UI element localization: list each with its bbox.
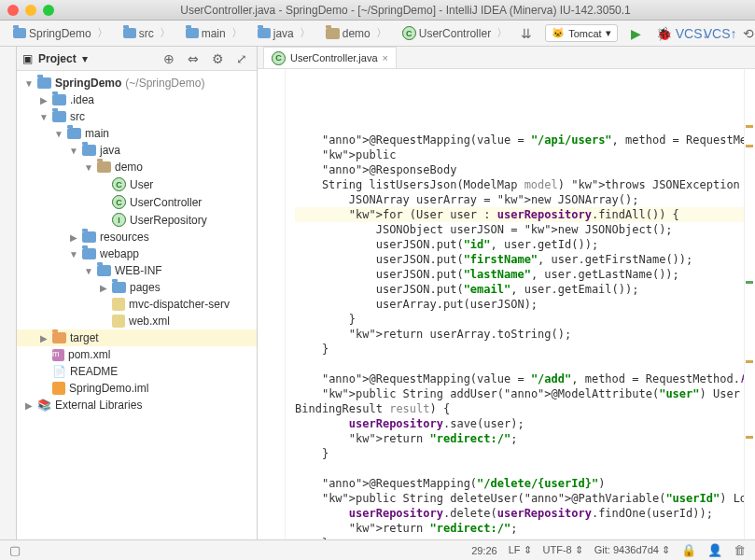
tree-node[interactable]: ▼SpringDemo (~/SpringDemo) bbox=[17, 75, 257, 91]
tree-node[interactable]: ▶resources bbox=[17, 229, 257, 245]
tree-arrow[interactable]: ▼ bbox=[39, 112, 49, 122]
code-line[interactable]: } bbox=[295, 312, 744, 327]
breadcrumb-src[interactable]: src〉 bbox=[118, 23, 176, 43]
project-panel-title[interactable]: Project bbox=[38, 52, 77, 65]
tree-node[interactable]: ▼demo bbox=[17, 159, 257, 175]
line-separator[interactable]: LF ⇕ bbox=[509, 544, 532, 556]
minimize-window-icon[interactable] bbox=[25, 5, 36, 16]
code-line[interactable]: userJSON.put("firstName", user.getFirstN… bbox=[295, 252, 744, 267]
tree-node[interactable]: SpringDemo.iml bbox=[17, 380, 257, 397]
code-line[interactable]: } bbox=[295, 536, 744, 539]
tree-arrow[interactable]: ▼ bbox=[69, 249, 78, 259]
tree-arrow[interactable]: ▼ bbox=[69, 146, 78, 156]
code-line[interactable]: "anno">@RequestMapping("/delete/{userId}… bbox=[295, 476, 744, 491]
code-line[interactable] bbox=[295, 118, 744, 133]
tree-arrow[interactable]: ▼ bbox=[24, 78, 34, 89]
code-line[interactable]: userRepository.delete(userRepository.fin… bbox=[295, 506, 744, 521]
file-encoding[interactable]: UTF-8 ⇕ bbox=[543, 544, 583, 556]
tree-node[interactable]: ▶pages bbox=[17, 279, 257, 296]
zoom-window-icon[interactable] bbox=[43, 5, 54, 16]
code-line[interactable]: "kw">public String addUser("anno">@Model… bbox=[295, 386, 744, 401]
breadcrumb-springdemo[interactable]: SpringDemo〉 bbox=[7, 23, 114, 43]
cursor-position[interactable]: 29:26 bbox=[471, 545, 497, 556]
code-line[interactable]: "kw">for (User user : userRepository.fin… bbox=[295, 207, 744, 222]
code-line[interactable]: userJSON.put("id", user.getId()); bbox=[295, 237, 744, 252]
tree-node[interactable]: ▼webapp bbox=[17, 245, 257, 262]
code-editor[interactable]: "anno">@RequestMapping(value = "/api/use… bbox=[258, 69, 744, 539]
code-line[interactable]: "anno">@ResponseBody bbox=[295, 162, 744, 177]
history-icon[interactable]: ⟲ bbox=[739, 24, 755, 43]
inspector-icon[interactable]: 👤 bbox=[707, 543, 722, 557]
code-line[interactable]: "anno">@RequestMapping(value = "/add", m… bbox=[295, 371, 744, 386]
tree-node[interactable]: mvc-dispatcher-serv bbox=[17, 296, 257, 313]
code-line[interactable]: userRepository.save(user); bbox=[295, 416, 744, 431]
code-line[interactable]: "anno">@RequestMapping(value = "/api/use… bbox=[295, 133, 744, 147]
code-line[interactable]: userJSON.put("email", user.getEmail()); bbox=[295, 282, 744, 297]
tree-node[interactable]: ▼src bbox=[17, 108, 257, 125]
run-config-dropdown[interactable]: 🐱 Tomcat ▾ bbox=[545, 24, 617, 42]
tree-node[interactable]: ▼WEB-INF bbox=[17, 262, 257, 279]
breadcrumb-demo[interactable]: demo〉 bbox=[320, 23, 393, 43]
breadcrumb-usercontroller[interactable]: CUserController〉 bbox=[397, 23, 513, 43]
titlebar: UserController.java - SpringDemo - [~/Sp… bbox=[0, 0, 755, 21]
close-tab-icon[interactable]: × bbox=[383, 52, 388, 63]
tree-arrow[interactable]: ▼ bbox=[54, 129, 63, 139]
code-line[interactable]: BindingResult result) { bbox=[295, 401, 744, 416]
tree-arrow[interactable]: ▶ bbox=[69, 232, 78, 243]
code-line[interactable]: JSONObject userJSON = "kw">new JSONObjec… bbox=[295, 222, 744, 237]
code-line[interactable] bbox=[295, 461, 744, 476]
scroll-from-source-icon[interactable]: ⊕ bbox=[160, 49, 178, 68]
code-line[interactable]: userArray.put(userJSON); bbox=[295, 297, 744, 312]
debug-button[interactable]: 🐞 bbox=[655, 24, 674, 43]
trash-icon[interactable]: 🗑 bbox=[734, 543, 746, 557]
tree-node[interactable]: web.xml bbox=[17, 313, 257, 329]
code-line[interactable]: "kw">public bbox=[295, 147, 744, 162]
run-button[interactable]: ▶ bbox=[627, 24, 646, 43]
tree-node[interactable]: ▶.idea bbox=[17, 91, 257, 108]
tree-arrow[interactable]: ▶ bbox=[39, 95, 49, 105]
tree-arrow[interactable]: ▶ bbox=[99, 283, 108, 293]
close-window-icon[interactable] bbox=[7, 5, 19, 16]
vcs-update-icon[interactable]: VCS↓ bbox=[683, 24, 702, 43]
make-project-icon[interactable]: ⇊ bbox=[517, 24, 536, 43]
error-stripe[interactable] bbox=[744, 69, 755, 539]
collapse-all-icon[interactable]: ⇔ bbox=[184, 49, 203, 68]
lock-icon[interactable]: 🔒 bbox=[681, 543, 696, 557]
tree-arrow[interactable]: ▼ bbox=[84, 162, 93, 173]
editor-tab-usercontroller[interactable]: C UserController.java × bbox=[263, 47, 397, 68]
tree-node[interactable]: ▶target bbox=[17, 329, 257, 346]
code-line[interactable]: } bbox=[295, 342, 744, 357]
gutter[interactable] bbox=[258, 69, 286, 539]
chevron-down-icon[interactable]: ▾ bbox=[82, 52, 88, 65]
tree-node[interactable]: ▼main bbox=[17, 125, 257, 142]
code-line[interactable]: "kw">return "redirect:/"; bbox=[295, 521, 744, 536]
tree-node[interactable]: ▶📚External Libraries bbox=[17, 397, 257, 413]
tree-node[interactable]: CUserController bbox=[17, 193, 257, 211]
tree-node[interactable]: mpom.xml bbox=[17, 346, 257, 363]
tree-arrow[interactable]: ▶ bbox=[24, 400, 34, 411]
code-line[interactable] bbox=[295, 357, 744, 371]
tree-arrow[interactable]: ▼ bbox=[84, 266, 93, 276]
git-branch[interactable]: Git: 9436d7d4 ⇕ bbox=[594, 544, 670, 556]
left-tool-strip[interactable] bbox=[0, 47, 17, 539]
breadcrumb-java[interactable]: java〉 bbox=[252, 23, 316, 43]
tree-arrow[interactable]: ▶ bbox=[39, 333, 49, 343]
gear-icon[interactable]: ⚙ bbox=[208, 49, 227, 68]
tree-node[interactable]: ▼java bbox=[17, 142, 257, 159]
tree-node[interactable]: CUser bbox=[17, 175, 257, 193]
code-line[interactable]: String listUsersJson(ModelMap model) "kw… bbox=[295, 177, 744, 192]
interface-icon: I bbox=[112, 213, 126, 227]
hide-panel-icon[interactable]: ⤢ bbox=[232, 49, 251, 68]
tree-node[interactable]: 📄README bbox=[17, 363, 257, 380]
code-line[interactable]: "kw">return "redirect:/"; bbox=[295, 431, 744, 446]
status-icon[interactable]: ▢ bbox=[9, 543, 21, 557]
project-tree[interactable]: ▼SpringDemo (~/SpringDemo)▶.idea▼src▼mai… bbox=[17, 71, 257, 539]
code-line[interactable]: "kw">public String deleteUser("anno">@Pa… bbox=[295, 491, 744, 506]
tree-node[interactable]: IUserRepository bbox=[17, 211, 257, 229]
code-line[interactable]: userJSON.put("lastName", user.getLastNam… bbox=[295, 267, 744, 282]
code-line[interactable]: "kw">return userArray.toString(); bbox=[295, 327, 744, 342]
breadcrumb-main[interactable]: main〉 bbox=[180, 23, 248, 43]
code-line[interactable]: JSONArray userArray = "kw">new JSONArray… bbox=[295, 192, 744, 207]
code-line[interactable]: } bbox=[295, 446, 744, 461]
vcs-commit-icon[interactable]: VCS↑ bbox=[711, 24, 730, 43]
